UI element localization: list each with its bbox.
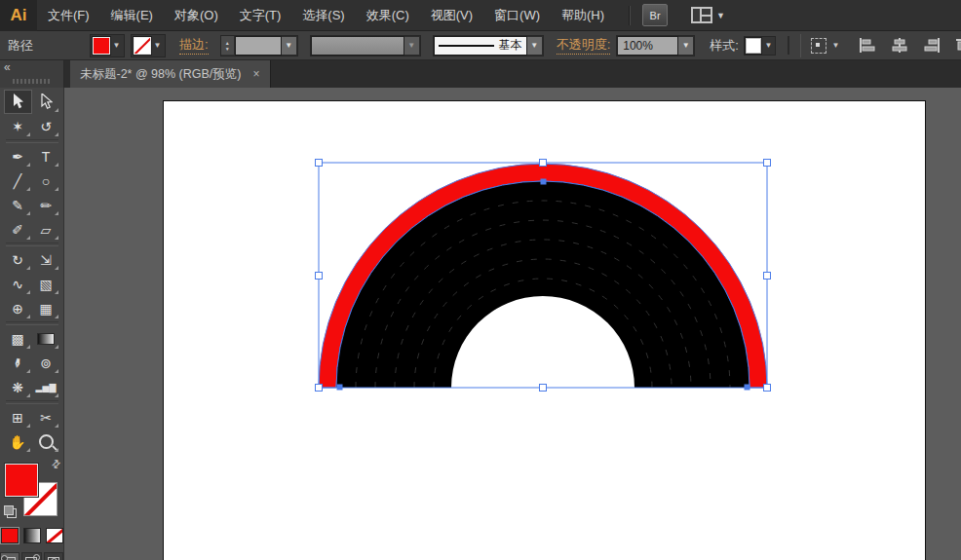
align-right-button[interactable] — [922, 37, 942, 54]
draw-inside-button[interactable] — [44, 552, 63, 560]
stroke-color-dropdown[interactable]: ▼ — [131, 34, 166, 57]
workspace-switcher[interactable]: ▼ — [691, 7, 725, 23]
opacity-value[interactable]: 100% — [617, 36, 678, 56]
menu-item-5[interactable]: 效果(C) — [356, 0, 420, 30]
tools-panel: ✶↺✒T╱○✎✏✐▱↻⇲∿▧⊕▦▩✒⊚❋▂▅▇⊞✂✋ ⇄ — [0, 88, 64, 560]
eyedropper-tool[interactable]: ✒ — [4, 351, 32, 375]
draw-normal-button[interactable] — [0, 552, 19, 560]
menu-items: 文件(F)编辑(E)对象(O)文字(T)选择(S)效果(C)视图(V)窗口(W)… — [37, 0, 615, 30]
width-profile-control: ▼ — [310, 35, 421, 56]
reference-point-icon — [811, 38, 826, 54]
eyedropper-icon: ✒ — [9, 355, 26, 369]
mesh-tool[interactable]: ▩ — [4, 326, 32, 351]
blend-tool[interactable]: ⊚ — [32, 351, 60, 375]
chevron-down-icon[interactable]: ▼ — [762, 41, 775, 50]
stroke-width-control: ▲▼ ▼ — [220, 35, 298, 56]
fill-color-dropdown[interactable]: ▼ — [90, 34, 125, 57]
brush-definition-preview[interactable]: 基本 — [434, 36, 527, 56]
tool-group-divider — [6, 321, 58, 325]
color-button[interactable] — [1, 528, 19, 543]
align-buttons — [858, 37, 961, 54]
pen-tool[interactable]: ✒ — [4, 144, 32, 168]
direct-selection-tool[interactable] — [32, 90, 60, 114]
magnifier-icon — [39, 434, 54, 449]
ellipse-tool[interactable]: ○ — [32, 168, 60, 193]
blob-brush-tool[interactable]: ✐ — [4, 217, 32, 242]
document-tab[interactable]: 未标题-2* @ 98% (RGB/预览) × — [70, 60, 271, 88]
scale-tool[interactable]: ⇲ — [32, 247, 60, 272]
menu-bar: Ai 文件(F)编辑(E)对象(O)文字(T)选择(S)效果(C)视图(V)窗口… — [0, 0, 961, 31]
gradient-button[interactable] — [23, 528, 41, 543]
menu-item-6[interactable]: 视图(V) — [420, 0, 483, 30]
drawing-mode-buttons — [0, 552, 63, 560]
opacity-panel-link[interactable]: 不透明度: — [557, 36, 611, 55]
default-fill-stroke-icon[interactable] — [4, 505, 17, 518]
menu-item-7[interactable]: 窗口(W) — [483, 0, 551, 30]
selection-tool[interactable] — [4, 90, 32, 114]
brush-definition-dropdown[interactable]: ▼ — [527, 36, 543, 56]
fill-color-swatch[interactable] — [93, 37, 110, 55]
align-horizontal-center-button[interactable] — [890, 37, 909, 54]
canvas-artwork — [163, 100, 926, 560]
draw-behind-button[interactable] — [21, 552, 41, 560]
fill-stroke-controls: ▼ ▼ — [90, 34, 166, 57]
control-bar: 路径 ▼ ▼ 描边: ▲▼ ▼ ▼ 基本 ▼ — [0, 31, 961, 60]
width-profile-dropdown[interactable]: ▼ — [404, 36, 420, 56]
stroke-none-swatch[interactable] — [134, 37, 151, 55]
toolbar-dock-header: « — [0, 60, 64, 88]
tool-group-divider — [6, 139, 58, 143]
eraser-tool[interactable]: ▱ — [32, 217, 60, 242]
stroke-width-input[interactable] — [235, 36, 282, 56]
none-button[interactable] — [46, 528, 63, 543]
chevron-down-icon: ▼ — [829, 41, 842, 50]
width-tool[interactable]: ∿ — [4, 272, 32, 296]
transform-reference-control[interactable]: ▼ — [811, 38, 842, 54]
gradient-icon — [37, 333, 55, 345]
rotate-tool[interactable]: ↻ — [4, 247, 32, 272]
style-swatch[interactable] — [745, 37, 762, 55]
stroke-panel-link[interactable]: 描边: — [179, 36, 209, 55]
artboard-tool[interactable]: ⊞ — [4, 405, 32, 429]
brush-name: 基本 — [499, 37, 522, 54]
width-profile-preview[interactable] — [311, 36, 404, 56]
menu-item-2[interactable]: 对象(O) — [164, 0, 229, 30]
slice-tool[interactable]: ✂ — [32, 405, 60, 429]
paintbrush-tool[interactable]: ✎ — [4, 193, 32, 217]
perspective-grid-tool[interactable]: ▦ — [32, 296, 60, 320]
column-graph-icon: ▂▅▇ — [36, 383, 57, 392]
lasso-tool[interactable]: ↺ — [32, 114, 60, 138]
swap-fill-stroke-icon[interactable]: ⇄ — [49, 457, 64, 472]
shape-builder-tool[interactable]: ⊕ — [4, 296, 32, 320]
chevron-down-icon[interactable]: ▼ — [151, 41, 164, 50]
stroke-width-stepper[interactable]: ▲▼ — [221, 36, 235, 55]
hand-tool[interactable]: ✋ — [4, 429, 32, 454]
dock-grip[interactable] — [13, 79, 52, 84]
zoom-tool[interactable] — [32, 429, 60, 454]
app-logo: Ai — [0, 0, 37, 31]
magic-wand-tool[interactable]: ✶ — [4, 114, 32, 138]
menu-item-0[interactable]: 文件(F) — [37, 0, 100, 30]
bridge-button[interactable]: Br — [642, 4, 668, 26]
menu-item-4[interactable]: 选择(S) — [291, 0, 355, 30]
menu-item-8[interactable]: 帮助(H) — [551, 0, 615, 30]
line-segment-tool[interactable]: ╱ — [4, 168, 32, 193]
chevron-down-icon[interactable]: ▼ — [110, 41, 123, 50]
free-transform-tool[interactable]: ▧ — [32, 272, 60, 296]
opacity-dropdown[interactable]: ▼ — [678, 36, 694, 56]
style-label: 样式: — [710, 37, 739, 55]
fill-proxy-red[interactable] — [5, 464, 38, 497]
pencil-tool[interactable]: ✏ — [32, 193, 60, 217]
collapse-panel-icon[interactable]: « — [4, 60, 11, 74]
gradient-tool[interactable] — [32, 326, 60, 351]
workspace-layout-icon — [691, 7, 712, 23]
symbol-sprayer-tool[interactable]: ❋ — [4, 375, 32, 399]
column-graph-tool[interactable]: ▂▅▇ — [32, 375, 60, 399]
menu-item-1[interactable]: 编辑(E) — [100, 0, 164, 30]
tool-group-divider — [6, 400, 58, 404]
type-tool[interactable]: T — [32, 144, 60, 168]
menu-item-3[interactable]: 文字(T) — [229, 0, 292, 30]
align-top-button[interactable] — [954, 37, 961, 54]
stroke-width-dropdown[interactable]: ▼ — [282, 36, 297, 56]
close-icon[interactable]: × — [253, 69, 260, 79]
align-left-button[interactable] — [858, 37, 877, 54]
